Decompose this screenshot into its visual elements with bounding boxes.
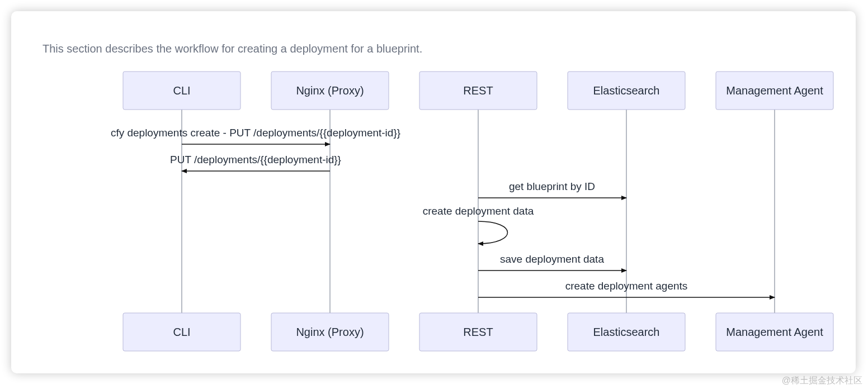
actor-label: REST bbox=[463, 326, 493, 338]
actor-top-cli: CLI bbox=[123, 72, 240, 110]
actor-bottom-cli: CLI bbox=[123, 313, 240, 351]
message-label: cfy deployments create - PUT /deployment… bbox=[111, 127, 400, 139]
actor-label: Management Agent bbox=[726, 326, 823, 338]
message-label: create deployment data bbox=[423, 205, 534, 217]
actor-label: Nginx (Proxy) bbox=[296, 84, 364, 97]
actor-bottom-rest: REST bbox=[419, 313, 537, 351]
message-label: save deployment data bbox=[500, 253, 604, 265]
sequence-diagram: CLI Nginx (Proxy) REST Elasticsearch Man… bbox=[11, 11, 856, 373]
actor-label: Management Agent bbox=[726, 84, 823, 97]
actor-bottom-es: Elasticsearch bbox=[568, 313, 685, 351]
actor-bottom-nginx: Nginx (Proxy) bbox=[271, 313, 389, 351]
actor-top-nginx: Nginx (Proxy) bbox=[271, 72, 389, 110]
message-label: create deployment agents bbox=[565, 280, 688, 292]
actor-top-es: Elasticsearch bbox=[568, 72, 685, 110]
message-label: get blueprint by ID bbox=[509, 181, 595, 192]
actor-label: CLI bbox=[173, 326, 190, 338]
watermark-text: @稀土掘金技术社区 bbox=[782, 375, 862, 387]
message-self-loop bbox=[478, 221, 508, 244]
actor-top-mgmt: Management Agent bbox=[716, 72, 833, 110]
actor-label: Elasticsearch bbox=[593, 84, 660, 97]
actor-label: CLI bbox=[173, 84, 190, 97]
actor-label: Elasticsearch bbox=[593, 326, 660, 338]
actor-label: REST bbox=[463, 84, 493, 97]
actor-label: Nginx (Proxy) bbox=[296, 326, 364, 338]
diagram-card: This section describes the workflow for … bbox=[11, 11, 856, 373]
message-label: PUT /deployments/{{deployment-id}} bbox=[170, 154, 341, 165]
actor-bottom-mgmt: Management Agent bbox=[716, 313, 833, 351]
actor-top-rest: REST bbox=[419, 72, 537, 110]
section-description: This section describes the workflow for … bbox=[43, 42, 422, 55]
